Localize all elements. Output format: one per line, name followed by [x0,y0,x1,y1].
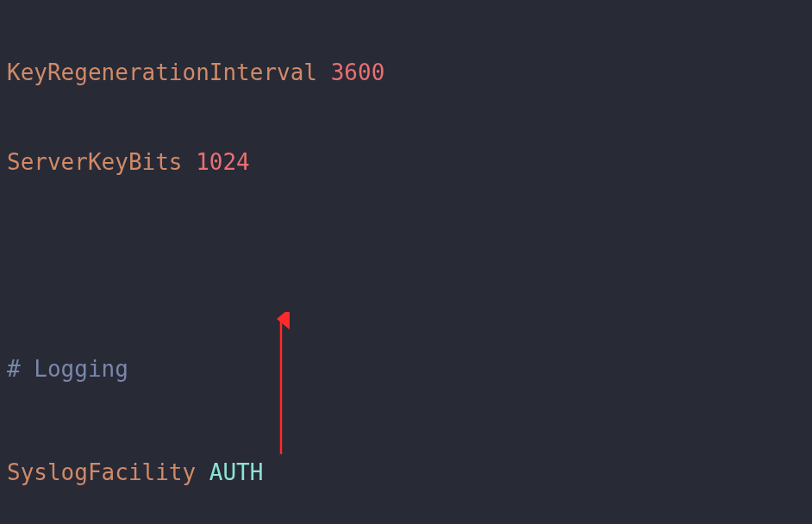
config-line: ServerKeyBits 1024 [7,145,812,179]
config-key: KeyRegenerationInterval [7,59,317,85]
blank-line [7,248,812,283]
config-value: AUTH [209,459,264,485]
config-key: ServerKeyBits [7,149,183,175]
config-key: SyslogFacility [7,459,196,485]
comment-text: # Logging [7,356,128,382]
config-line: SyslogFacility AUTH [7,455,812,490]
code-editor[interactable]: KeyRegenerationInterval 3600 ServerKeyBi… [0,0,812,524]
config-value: 1024 [196,149,250,175]
comment-line: # Logging [7,352,812,386]
config-value: 3600 [331,59,385,85]
config-line: KeyRegenerationInterval 3600 [7,55,812,76]
